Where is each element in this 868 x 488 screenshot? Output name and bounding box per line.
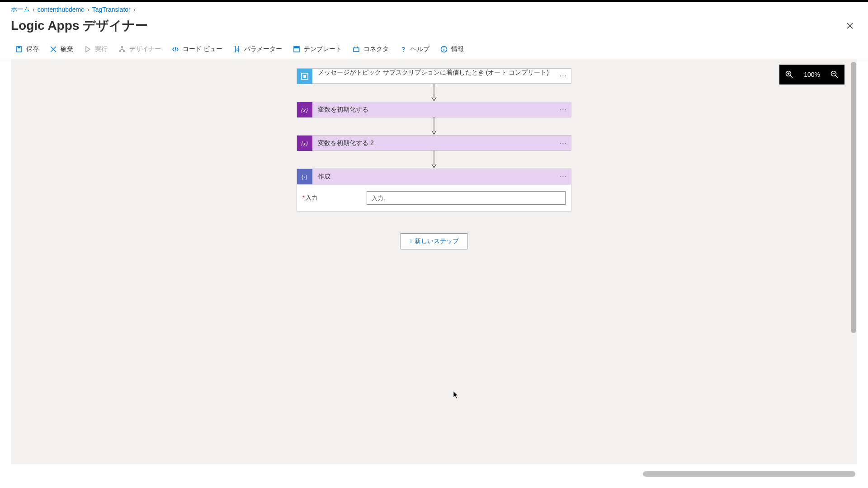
action-card-initialize-variable[interactable]: {x} 変数を初期化する ···: [297, 102, 571, 117]
action-card-compose[interactable]: {·} 作成 ··· *入力: [297, 169, 571, 211]
svg-text:{x}: {x}: [301, 141, 308, 147]
variable-icon: {x}: [297, 102, 312, 117]
action-title: 作成: [312, 173, 556, 181]
chevron-right-icon: ›: [87, 6, 90, 13]
parameters-button[interactable]: @ パラメーター: [229, 42, 287, 56]
svg-point-9: [403, 51, 404, 52]
action-title: 変数を初期化する 2: [312, 139, 556, 147]
trigger-title: メッセージがトピック サブスクリプションに着信したとき (オート コンプリート): [312, 69, 556, 83]
toolbar: 保存 破棄 実行 デザイナー コード ビュー @ パラメーター テンプレート コ…: [0, 40, 868, 59]
svg-rect-8: [354, 48, 359, 52]
zoom-in-icon: [785, 70, 793, 79]
svg-text:@: @: [236, 47, 240, 52]
svg-point-4: [123, 51, 125, 52]
close-button[interactable]: [843, 19, 857, 33]
card-menu-button[interactable]: ···: [556, 173, 571, 181]
save-icon: [15, 46, 23, 53]
breadcrumb-home[interactable]: ホーム: [11, 5, 30, 14]
card-menu-button[interactable]: ···: [556, 69, 571, 83]
discard-label: 破棄: [61, 45, 73, 53]
close-icon: [846, 22, 854, 29]
breadcrumb-logic-app[interactable]: TagTranslator: [92, 6, 131, 13]
zoom-out-button[interactable]: [825, 65, 844, 84]
chevron-right-icon: ›: [33, 6, 35, 13]
designer-icon: [118, 46, 126, 53]
mouse-cursor-icon: [453, 391, 459, 399]
svg-rect-7: [294, 47, 299, 48]
workflow: メッセージがトピック サブスクリプションに着信したとき (オート コンプリート)…: [297, 68, 571, 249]
connectors-icon: [353, 46, 360, 53]
card-menu-button[interactable]: ···: [556, 106, 571, 114]
connector-arrow[interactable]: [431, 150, 437, 169]
required-asterisk: *: [302, 194, 305, 201]
svg-rect-1: [18, 47, 20, 48]
code-view-label: コード ビュー: [183, 45, 222, 53]
zoom-in-button[interactable]: [779, 65, 799, 84]
connectors-button[interactable]: コネクタ: [348, 42, 393, 56]
svg-rect-15: [303, 75, 306, 78]
svg-text:{x}: {x}: [301, 107, 308, 113]
variable-icon: {x}: [297, 136, 312, 151]
compose-icon: {·}: [297, 169, 312, 184]
breadcrumb: ホーム › contenthubdemo › TagTranslator ›: [0, 2, 868, 15]
play-icon: [84, 46, 91, 53]
svg-point-3: [120, 51, 121, 52]
help-button[interactable]: ヘルプ: [395, 42, 434, 56]
compose-body: *入力: [297, 185, 571, 211]
card-menu-button[interactable]: ···: [556, 139, 571, 147]
connector-arrow[interactable]: [431, 84, 437, 102]
save-label: 保存: [26, 45, 39, 53]
new-step-button[interactable]: + 新しいステップ: [401, 233, 467, 249]
code-icon: [172, 46, 179, 53]
help-icon: [400, 46, 407, 53]
run-button[interactable]: 実行: [80, 42, 112, 56]
save-button[interactable]: 保存: [11, 42, 43, 56]
templates-icon: [293, 46, 300, 53]
parameters-label: パラメーター: [244, 45, 282, 53]
svg-point-11: [443, 47, 444, 48]
svg-text:{·}: {·}: [301, 174, 308, 180]
templates-button[interactable]: テンプレート: [288, 42, 346, 56]
trigger-card[interactable]: メッセージがトピック サブスクリプションに着信したとき (オート コンプリート)…: [297, 68, 571, 84]
svg-point-2: [122, 47, 123, 48]
action-title: 変数を初期化する: [312, 106, 556, 114]
help-label: ヘルプ: [410, 45, 429, 53]
page-title: Logic Apps デザイナー: [11, 17, 148, 34]
designer-button[interactable]: デザイナー: [114, 42, 165, 56]
chevron-right-icon: ›: [133, 6, 136, 13]
discard-button[interactable]: 破棄: [45, 42, 78, 56]
service-bus-icon: [297, 69, 312, 84]
zoom-out-icon: [830, 70, 839, 79]
connectors-label: コネクタ: [363, 45, 389, 53]
templates-label: テンプレート: [304, 45, 342, 53]
action-card-initialize-variable-2[interactable]: {x} 変数を初期化する 2 ···: [297, 135, 571, 150]
canvas-wrap: 100% メッセージがトピック サブスクリプションに着信したとき (オート コン…: [11, 59, 857, 464]
vertical-scrollbar[interactable]: [851, 62, 856, 333]
input-label-text: 入力: [306, 194, 317, 201]
horizontal-scrollbar[interactable]: [643, 471, 855, 477]
run-label: 実行: [95, 45, 108, 53]
zoom-control: 100%: [779, 65, 844, 84]
compose-input-field[interactable]: [367, 191, 566, 205]
info-button[interactable]: 情報: [436, 42, 468, 56]
info-label: 情報: [451, 45, 464, 53]
breadcrumb-resource-group[interactable]: contenthubdemo: [38, 6, 85, 13]
code-view-button[interactable]: コード ビュー: [167, 42, 227, 56]
discard-icon: [50, 46, 57, 53]
connector-arrow[interactable]: [431, 117, 437, 135]
info-icon: [440, 46, 448, 53]
designer-canvas[interactable]: 100% メッセージがトピック サブスクリプションに着信したとき (オート コン…: [11, 59, 857, 464]
zoom-level: 100%: [799, 71, 825, 78]
title-row: Logic Apps デザイナー: [0, 15, 868, 40]
parameters-icon: @: [233, 46, 241, 53]
field-label-inputs: *入力: [302, 194, 361, 202]
designer-label: デザイナー: [129, 45, 161, 53]
